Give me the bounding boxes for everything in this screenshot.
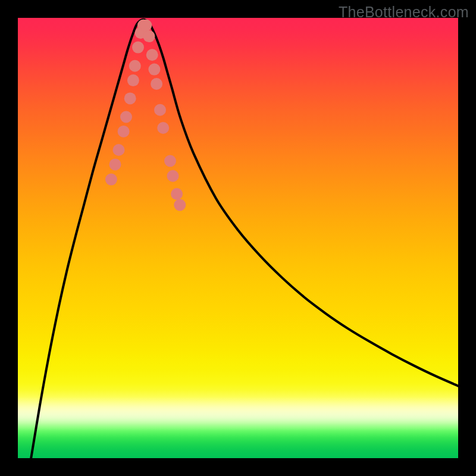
marker-dot: [105, 174, 117, 186]
bottleneck-curve: [31, 20, 458, 458]
marker-dot: [148, 64, 160, 76]
plot-area: [18, 18, 458, 458]
marker-dot: [132, 42, 144, 54]
marker-dot: [174, 199, 186, 211]
marker-dot: [154, 104, 166, 116]
marker-dot: [164, 155, 176, 167]
marker-dot: [124, 92, 136, 104]
marker-dot: [146, 49, 158, 61]
marker-dot: [140, 20, 152, 32]
marker-dot: [109, 158, 121, 170]
marker-dot: [167, 170, 179, 182]
marker-dot: [120, 111, 132, 123]
marker-dot: [113, 144, 125, 156]
marker-dot: [118, 126, 130, 137]
marker-dot: [127, 74, 139, 86]
plot-svg: [18, 18, 458, 458]
marker-dot: [151, 78, 162, 90]
marker-dots-group: [105, 20, 186, 211]
marker-dot: [171, 188, 183, 200]
marker-dot: [143, 30, 155, 42]
marker-dot: [157, 122, 169, 134]
marker-dot: [129, 60, 141, 72]
chart-frame: TheBottleneck.com: [0, 0, 476, 476]
